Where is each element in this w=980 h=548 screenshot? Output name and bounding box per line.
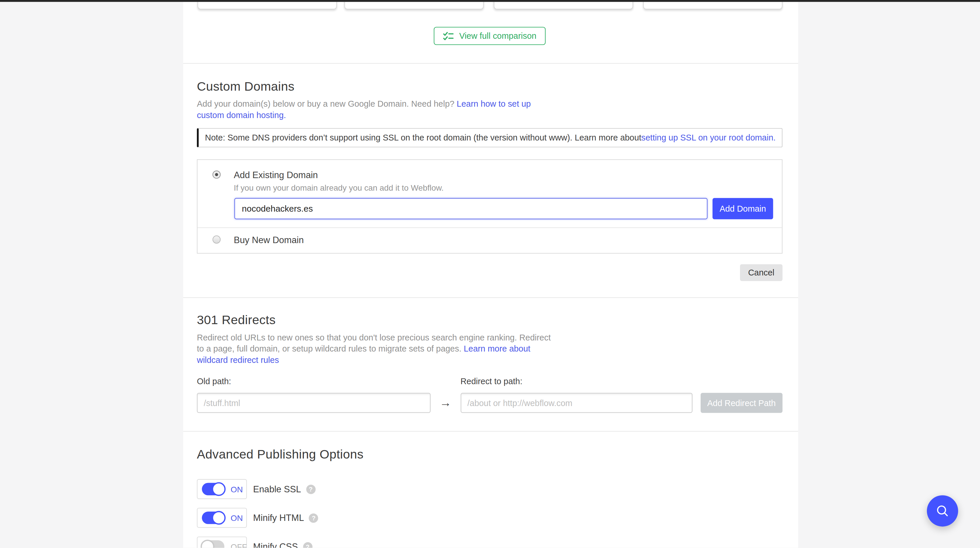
custom-domains-section: Custom Domains Add your domain(s) below … [183,63,798,297]
add-redirect-path-button[interactable]: Add Redirect Path [701,393,783,413]
toggle-state: ON [231,513,243,523]
minify-css-label: Minify CSS [253,542,298,548]
custom-domains-description-text: Add your domain(s) below or buy a new Go… [197,99,457,109]
cancel-button[interactable]: Cancel [740,264,783,281]
arrow-right-icon: → [431,396,460,413]
custom-domains-description: Add your domain(s) below or buy a new Go… [197,99,531,121]
question-mark-icon[interactable] [303,542,312,548]
redirects-title: 301 Redirects [197,311,783,328]
question-mark-icon[interactable] [306,484,315,494]
enable-ssl-toggle[interactable]: ON [197,479,247,499]
redirects-section: 301 Redirects Redirect old URLs to new o… [183,297,798,431]
domain-input[interactable] [234,198,708,219]
add-existing-domain-radio[interactable] [213,170,221,179]
custom-domains-title: Custom Domains [197,78,783,94]
divider [197,227,782,228]
redirects-description: Redirect old URLs to new ones so that yo… [197,332,556,366]
buy-new-domain-radio[interactable] [213,235,221,244]
add-domain-form: Add Existing Domain If you own your doma… [197,159,783,254]
advanced-publishing-section: Advanced Publishing Options ON Enable SS… [183,431,798,548]
add-existing-domain-sublabel: If you own your domain already you can a… [234,183,444,192]
hosting-settings-page: View full comparison Custom Domains Add … [0,0,980,548]
ssl-note-text: Note: Some DNS providers don’t support u… [205,133,641,142]
old-path-label: Old path: [197,376,431,386]
buy-new-domain-label: Buy New Domain [234,235,304,245]
enable-ssl-label: Enable SSL [253,484,301,494]
checklist-icon [443,32,453,40]
redirect-form: Old path: → Redirect to path: Add Redire… [197,376,783,413]
view-full-comparison-label: View full comparison [459,31,536,41]
plan-comparison-section: View full comparison [183,0,798,63]
search-fab-button[interactable] [927,495,958,526]
toggle-state: ON [231,484,243,494]
redirect-to-path-input[interactable] [461,393,692,413]
redirect-to-path-label: Redirect to path: [461,376,692,386]
toggle-pill [202,511,224,524]
advanced-publishing-title: Advanced Publishing Options [197,446,783,462]
toggle-knob [212,482,226,496]
minify-css-toggle[interactable]: OFF [197,537,247,548]
add-domain-button[interactable]: Add Domain [713,198,773,219]
search-icon [935,504,950,518]
minify-html-row: ON Minify HTML [197,508,783,528]
question-mark-icon[interactable] [309,513,318,523]
enable-ssl-row: ON Enable SSL [197,479,783,499]
minify-html-toggle[interactable]: ON [197,508,247,528]
root-domain-ssl-link[interactable]: setting up SSL on your root domain. [641,133,776,142]
toggle-pill [202,483,224,495]
view-full-comparison-button[interactable]: View full comparison [434,27,546,45]
toggle-state: OFF [231,542,247,548]
toggle-pill [202,540,224,548]
settings-panel: View full comparison Custom Domains Add … [183,0,798,548]
minify-html-label: Minify HTML [253,513,304,523]
minify-css-row: OFF Minify CSS [197,537,783,548]
toggle-knob [200,540,215,548]
ssl-note: Note: Some DNS providers don’t support u… [197,128,783,147]
toggle-knob [212,511,226,525]
plan-cards-row [197,6,783,6]
add-existing-domain-label: Add Existing Domain [234,169,444,181]
top-bar-remnant [0,0,980,2]
old-path-input[interactable] [197,393,431,413]
